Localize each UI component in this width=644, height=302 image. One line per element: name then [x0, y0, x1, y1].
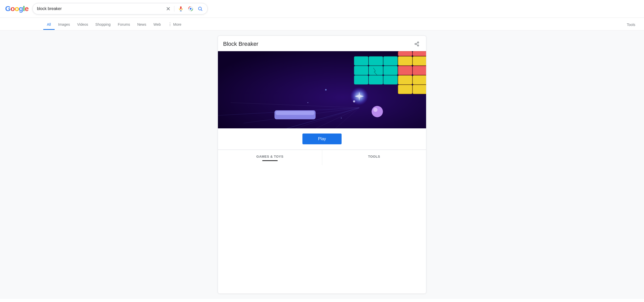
- svg-point-48: [325, 89, 327, 91]
- logo-letter-g: G: [5, 5, 11, 13]
- logo-letter-o1: o: [11, 5, 15, 13]
- logo-letter-l: l: [23, 5, 25, 13]
- logo-letter-g2: g: [19, 5, 23, 13]
- more-dots-icon: ⋮: [168, 22, 172, 27]
- search-bar: [32, 3, 208, 14]
- svg-rect-44: [413, 85, 426, 94]
- main-content: Block Breaker: [0, 30, 644, 299]
- svg-rect-39: [413, 75, 426, 84]
- svg-point-22: [372, 106, 383, 117]
- image-search-button[interactable]: [187, 5, 194, 12]
- game-card-header: Block Breaker: [218, 36, 426, 51]
- tab-images[interactable]: Images: [55, 20, 74, 30]
- play-section: Play: [218, 128, 426, 150]
- svg-rect-42: [383, 75, 397, 84]
- tab-more[interactable]: ⋮ More: [164, 19, 185, 30]
- tab-shopping[interactable]: Shopping: [92, 20, 114, 30]
- google-logo[interactable]: Google: [5, 5, 28, 13]
- svg-point-4: [190, 8, 192, 10]
- tabs-right: Tools: [623, 20, 639, 29]
- game-title: Block Breaker: [223, 41, 258, 47]
- tab-news[interactable]: News: [134, 20, 150, 30]
- header: Google: [0, 0, 644, 18]
- game-scene-svg: [218, 51, 426, 128]
- svg-point-50: [341, 118, 342, 119]
- svg-rect-29: [369, 56, 383, 65]
- svg-rect-38: [398, 75, 412, 84]
- game-card: Block Breaker: [218, 35, 426, 294]
- category-games[interactable]: GAMES & TOYS: [218, 150, 322, 165]
- play-button[interactable]: Play: [302, 134, 341, 144]
- svg-rect-34: [413, 66, 426, 75]
- svg-rect-30: [383, 56, 397, 65]
- logo-letter-o2: o: [15, 5, 19, 13]
- search-icon: [198, 6, 203, 11]
- svg-rect-41: [369, 75, 383, 84]
- svg-point-49: [307, 102, 308, 103]
- svg-rect-31: [398, 56, 412, 65]
- search-icons-group: [165, 5, 203, 12]
- svg-line-10: [416, 44, 418, 45]
- search-input[interactable]: [37, 6, 163, 11]
- svg-rect-32: [413, 56, 426, 65]
- svg-rect-35: [354, 66, 368, 75]
- search-tabs: All Images Videos Shopping Forums News W…: [0, 18, 644, 30]
- microphone-icon: [178, 6, 184, 12]
- search-bar-wrapper: [32, 3, 208, 14]
- voice-search-button[interactable]: [177, 5, 184, 12]
- category-underline: [262, 160, 278, 161]
- tab-all[interactable]: All: [43, 20, 55, 30]
- category-tools-label: TOOLS: [368, 155, 380, 158]
- tools-button[interactable]: Tools: [623, 20, 639, 29]
- tab-web[interactable]: Web: [150, 20, 165, 30]
- svg-line-6: [201, 10, 202, 11]
- share-icon: [414, 41, 419, 47]
- camera-icon: [188, 6, 193, 12]
- share-button[interactable]: [413, 40, 421, 48]
- divider: [174, 6, 174, 12]
- tab-forums[interactable]: Forums: [114, 20, 133, 30]
- category-tools[interactable]: TOOLS: [322, 150, 426, 165]
- svg-rect-37: [383, 66, 397, 75]
- search-submit-button[interactable]: [197, 6, 203, 12]
- category-games-label: GAMES & TOYS: [256, 155, 283, 158]
- svg-rect-46: [398, 51, 412, 56]
- svg-rect-40: [354, 75, 368, 84]
- tab-videos[interactable]: Videos: [73, 20, 92, 30]
- game-image: [218, 51, 426, 128]
- svg-point-9: [418, 45, 419, 46]
- svg-rect-47: [413, 51, 426, 56]
- game-categories: GAMES & TOYS TOOLS: [218, 150, 426, 165]
- svg-rect-28: [354, 56, 368, 65]
- logo-letter-e: e: [25, 5, 29, 13]
- svg-point-23: [374, 108, 378, 112]
- svg-rect-43: [398, 85, 412, 94]
- clear-icon: [166, 6, 171, 11]
- svg-point-8: [415, 43, 416, 45]
- clear-button[interactable]: [165, 6, 171, 12]
- svg-line-11: [416, 43, 418, 43]
- svg-rect-21: [276, 111, 314, 115]
- svg-rect-0: [180, 6, 182, 9]
- svg-rect-33: [398, 66, 412, 75]
- svg-point-7: [418, 42, 419, 43]
